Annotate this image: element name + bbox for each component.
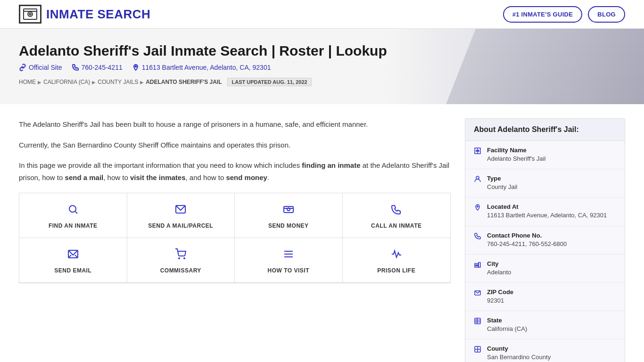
breadcrumb-home[interactable]: HOME bbox=[19, 79, 36, 85]
sidebar-header: About Adelanto Sheriff's Jail: bbox=[465, 119, 625, 141]
search-icon bbox=[67, 204, 79, 218]
sep3: ▶ bbox=[140, 80, 144, 85]
breadcrumb-county-jails[interactable]: COUNTY JAILS bbox=[98, 79, 138, 85]
link-icon bbox=[19, 64, 26, 71]
content-left: The Adelanto Sheriff's Jail has been bui… bbox=[19, 118, 451, 362]
send-email-label: SEND EMAIL bbox=[54, 267, 91, 274]
last-updated-badge: LAST UPDATED AUG. 11, 2022 bbox=[227, 78, 311, 86]
sidebar-card: About Adelanto Sheriff's Jail: Facility … bbox=[465, 118, 625, 362]
county-value: San Bernardino County bbox=[487, 353, 551, 362]
action-commissary[interactable]: COMMISSARY bbox=[127, 238, 235, 283]
phone-call-icon bbox=[391, 204, 402, 218]
svg-point-1 bbox=[28, 12, 33, 16]
action-call-inmate[interactable]: CALL AN INMATE bbox=[343, 193, 451, 238]
send-mail-label: SEND A MAIL/PARCEL bbox=[148, 222, 213, 229]
sidebar-phone: Contact Phone No. 760-245-4211, 760-552-… bbox=[465, 226, 625, 255]
location-icon bbox=[474, 204, 481, 213]
zip-value: 92301 bbox=[487, 296, 513, 305]
svg-rect-31 bbox=[475, 318, 480, 324]
sidebar: About Adelanto Sheriff's Jail: Facility … bbox=[465, 118, 625, 362]
breadcrumb-state[interactable]: CALIFORNIA (CA) bbox=[43, 79, 90, 85]
svg-rect-0 bbox=[24, 9, 37, 19]
zip-label: ZIP Code bbox=[487, 288, 513, 296]
sidebar-location: Located At 11613 Bartlett Avenue, Adelan… bbox=[465, 197, 625, 226]
location-label: Located At bbox=[487, 203, 607, 210]
city-label: City bbox=[487, 260, 511, 267]
type-value: County Jail bbox=[487, 183, 517, 191]
county-label: County bbox=[487, 345, 551, 352]
prison-life-label: PRISON LIFE bbox=[377, 267, 415, 274]
state-label: State bbox=[487, 317, 527, 324]
building-icon bbox=[474, 147, 481, 156]
zip-icon bbox=[474, 289, 481, 298]
logo-link[interactable]: INMATE SEARCH bbox=[19, 5, 150, 24]
hero-address: 11613 Bartlett Avenue, Adelanto, CA, 923… bbox=[142, 64, 271, 71]
county-content: County San Bernardino County bbox=[487, 345, 551, 362]
phone-value: 760-245-4211, 760-552-6800 bbox=[487, 240, 567, 248]
sidebar-facility-name: Facility Name Adelanto Sheriff's Jail bbox=[465, 141, 625, 169]
action-how-to-visit[interactable]: HOW TO VISIT bbox=[235, 238, 343, 283]
city-icon bbox=[474, 261, 481, 270]
svg-rect-22 bbox=[478, 150, 479, 151]
official-site-link[interactable]: Official Site bbox=[19, 64, 62, 71]
state-value: California (CA) bbox=[487, 325, 527, 333]
commissary-label: COMMISSARY bbox=[160, 267, 201, 274]
action-prison-life[interactable]: PRISON LIFE bbox=[343, 238, 451, 283]
sep1: ▶ bbox=[38, 80, 41, 85]
phone-meta: 760-245-4211 bbox=[72, 64, 123, 71]
hero-section: Adelanto Sheriff's Jail Inmate Search | … bbox=[0, 29, 644, 104]
type-label: Type bbox=[487, 175, 517, 182]
email-icon bbox=[67, 248, 79, 263]
svg-rect-21 bbox=[476, 150, 477, 151]
sep2: ▶ bbox=[92, 80, 96, 85]
para2: Currently, the San Bernardino County She… bbox=[19, 139, 451, 151]
logo-icon bbox=[19, 5, 41, 24]
location-value: 11613 Bartlett Avenue, Adelanto, CA, 923… bbox=[487, 211, 607, 220]
page-title: Adelanto Sheriff's Jail Inmate Search | … bbox=[19, 43, 625, 59]
call-inmate-label: CALL AN INMATE bbox=[371, 222, 421, 229]
svg-rect-29 bbox=[477, 265, 478, 266]
bold-mail: send a mail bbox=[65, 173, 104, 181]
bold-money: send money bbox=[226, 173, 267, 181]
breadcrumb: HOME ▶ CALIFORNIA (CA) ▶ COUNTY JAILS ▶ … bbox=[19, 78, 625, 86]
how-to-visit-label: HOW TO VISIT bbox=[268, 267, 309, 274]
money-icon bbox=[283, 204, 294, 218]
sidebar-state: State California (CA) bbox=[465, 311, 625, 339]
type-content: Type County Jail bbox=[487, 175, 517, 191]
svg-point-25 bbox=[477, 206, 479, 207]
action-grid: FIND AN INMATE SEND A MAIL/PARCEL SEND M… bbox=[19, 193, 451, 283]
action-send-money[interactable]: SEND MONEY bbox=[235, 193, 343, 238]
breadcrumb-current: ADELANTO SHERIFF'S JAIL bbox=[146, 79, 222, 85]
sidebar-county: County San Bernardino County bbox=[465, 339, 625, 362]
location-content: Located At 11613 Bartlett Avenue, Adelan… bbox=[487, 203, 607, 220]
find-inmate-label: FIND AN INMATE bbox=[49, 222, 98, 229]
hero-phone: 760-245-4211 bbox=[82, 64, 123, 71]
list-icon bbox=[283, 248, 294, 263]
action-find-inmate[interactable]: FIND AN INMATE bbox=[19, 193, 127, 238]
svg-point-2 bbox=[29, 13, 31, 15]
svg-point-24 bbox=[476, 176, 479, 179]
address-meta: 11613 Bartlett Avenue, Adelanto, CA, 923… bbox=[132, 64, 271, 71]
phone-icon-sidebar bbox=[474, 232, 481, 242]
svg-rect-27 bbox=[479, 263, 480, 267]
type-icon bbox=[474, 175, 481, 185]
action-send-mail[interactable]: SEND A MAIL/PARCEL bbox=[127, 193, 235, 238]
cart-icon bbox=[175, 248, 186, 263]
svg-point-5 bbox=[69, 206, 76, 212]
header-nav: #1 INMATE'S GUIDE BLOG bbox=[503, 6, 625, 23]
state-icon bbox=[474, 317, 481, 327]
action-send-email[interactable]: SEND EMAIL bbox=[19, 238, 127, 283]
svg-rect-8 bbox=[284, 206, 293, 213]
phone-content: Contact Phone No. 760-245-4211, 760-552-… bbox=[487, 232, 567, 248]
header: INMATE SEARCH #1 INMATE'S GUIDE BLOG bbox=[0, 0, 644, 29]
pulse-icon bbox=[391, 248, 402, 263]
para3: In this page we provide all the importan… bbox=[19, 159, 451, 183]
blog-button[interactable]: BLOG bbox=[588, 6, 625, 23]
svg-point-14 bbox=[179, 258, 180, 259]
main-content: The Adelanto Sheriff's Jail has been bui… bbox=[0, 104, 644, 362]
sidebar-city: City Adelanto bbox=[465, 255, 625, 283]
bold-find: finding an inmate bbox=[302, 161, 360, 169]
city-value: Adelanto bbox=[487, 268, 511, 277]
official-site-label: Official Site bbox=[29, 64, 62, 71]
guide-button[interactable]: #1 INMATE'S GUIDE bbox=[503, 6, 583, 23]
